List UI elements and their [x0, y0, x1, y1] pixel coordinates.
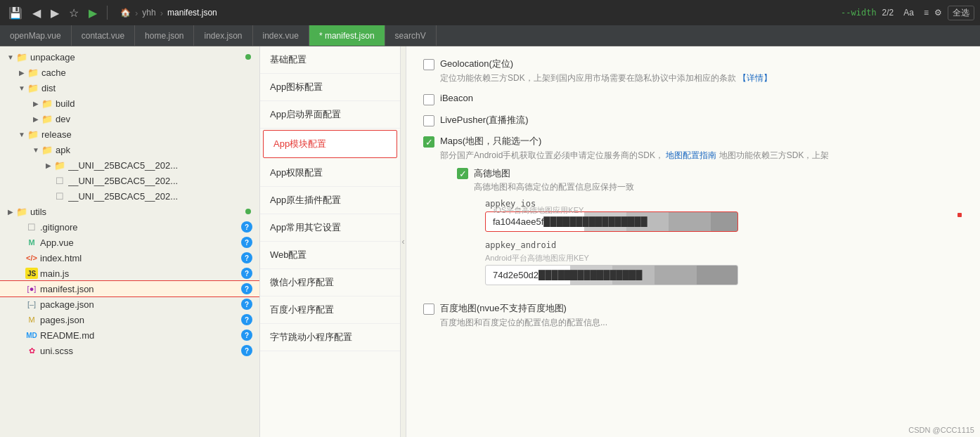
checkbox-maps[interactable]: ✓	[423, 136, 434, 148]
tree-item-utils[interactable]: ▶ 📁 utils	[0, 204, 259, 219]
tree-label-uniscss: uni.scss	[40, 346, 241, 356]
tab-indexjson[interactable]: index.json	[194, 25, 252, 46]
tree-item-appvue[interactable]: ▶ M App.vue ?	[0, 235, 259, 250]
forward-icon[interactable]: ▶	[48, 5, 62, 21]
tab-searchv[interactable]: searchV	[385, 25, 437, 46]
folder-icon-release: 📁	[27, 129, 39, 140]
checkbox-livepusher[interactable]	[423, 115, 434, 126]
tree-label-uni1: __UNI__25BCAC5__202...	[68, 160, 257, 171]
tree-label-release: release	[41, 129, 257, 140]
tree-arrow-cache: ▶	[17, 69, 27, 77]
checkbox-ibeacon-content: iBeacon	[440, 93, 473, 103]
config-item-app-plugin[interactable]: App原生插件配置	[260, 187, 400, 214]
file-icon-uni3: ☐	[53, 190, 66, 202]
sub-checkbox-row-gaode: ✓ 高德地图 高德地图和高德定位的配置信息应保持一致	[457, 167, 963, 193]
tree-item-cache[interactable]: ▶ 📁 cache	[0, 65, 259, 80]
config-item-app-module[interactable]: App模块配置	[263, 130, 397, 158]
tree-badge-mainjs: ?	[241, 268, 252, 279]
tab-manifest[interactable]: * manifest.json	[309, 25, 385, 46]
tree-label-mainjs: main.js	[40, 268, 241, 279]
folder-icon-apk: 📁	[41, 144, 53, 155]
checkbox-row-baidumap: 百度地图(nvue不支持百度地图) 百度地图和百度定位的配置信息的配置信息...	[423, 302, 963, 329]
tree-arrow-unpackage: ▼	[6, 53, 15, 61]
checkbox-geolocation[interactable]	[423, 59, 434, 70]
maps-link[interactable]: 地图配置指南	[666, 150, 716, 160]
checkbox-baidumap[interactable]	[423, 304, 434, 315]
tab-bar: openMap.vue contact.vue home.json index.…	[0, 25, 980, 46]
tree-item-dev[interactable]: ▶ 📁 dev	[0, 111, 259, 126]
save-icon[interactable]: 💾	[6, 5, 25, 21]
config-item-app-permission[interactable]: App权限配置	[260, 159, 400, 187]
breadcrumb-root: 🏠	[120, 8, 131, 18]
tree-item-dist[interactable]: ▼ 📁 dist	[0, 80, 259, 96]
config-item-wechat[interactable]: 微信小程序配置	[260, 269, 400, 296]
tree-label-cache: cache	[41, 67, 257, 78]
tree-badge-pagesjson: ?	[241, 314, 252, 325]
file-icon-gitignore: ☐	[25, 221, 38, 233]
tab-contact[interactable]: contact.vue	[72, 25, 135, 46]
font-button[interactable]: Aa	[899, 6, 918, 19]
config-item-bytedance[interactable]: 字节跳动小程序配置	[260, 324, 400, 351]
folder-icon-dist: 📁	[27, 82, 39, 93]
config-item-app-splash[interactable]: App启动界面配置	[260, 101, 400, 129]
checkbox-ibeacon[interactable]	[423, 94, 434, 105]
config-item-app-other[interactable]: App常用其它设置	[260, 214, 400, 242]
appkey-android-input[interactable]	[485, 265, 738, 285]
tree-item-release[interactable]: ▼ 📁 release	[0, 126, 259, 142]
tree-label-uni3: __UNI__25BCAC5__202...	[68, 191, 257, 202]
tab-openmap[interactable]: openMap.vue	[0, 25, 72, 46]
tree-item-indexhtml[interactable]: ▶ </> index.html ?	[0, 250, 259, 266]
baidumap-desc: 百度地图和百度定位的配置信息的配置信息...	[440, 316, 607, 329]
checkbox-maps-content: Maps(地图，只能选一个) 部分国产Android手机获取位置必须申请定位服务…	[440, 135, 963, 294]
tree-item-packagejson[interactable]: ▶ [–] package.json ?	[0, 296, 259, 312]
tree-item-manifestjson[interactable]: ▶ [●] manifest.json ?	[0, 281, 259, 296]
config-panel: 基础配置 App图标配置 App启动界面配置 App模块配置 App权限配置 A…	[260, 46, 401, 437]
checkbox-gaode[interactable]: ✓	[457, 168, 468, 179]
tree-item-pagesjson[interactable]: ▶ M pages.json ?	[0, 312, 259, 327]
tree-item-readmemd[interactable]: ▶ MD README.md ?	[0, 327, 259, 343]
tab-home[interactable]: home.json	[135, 25, 194, 46]
tree-label-readmemd: README.md	[40, 330, 241, 341]
tree-arrow-utils: ▶	[6, 208, 15, 216]
star-icon[interactable]: ☆	[66, 5, 82, 21]
back-icon[interactable]: ◀	[30, 5, 44, 21]
config-item-app-icon[interactable]: App图标配置	[260, 74, 400, 101]
tree-label-appvue: App.vue	[40, 237, 241, 248]
tree-badge-manifestjson: ?	[241, 283, 252, 294]
appkey-ios-group: appkey_ios iOS平台高德地图应用KEY	[485, 199, 963, 232]
app-container: 💾 ◀ ▶ ☆ ▶ 🏠 › yhh › manifest.json --widt…	[0, 0, 980, 437]
select-all-button[interactable]: 全选	[948, 6, 974, 20]
gaode-desc: 高德地图和高德定位的配置信息应保持一致	[474, 181, 634, 193]
geolocation-link[interactable]: 【详情】	[738, 73, 772, 83]
tree-item-gitignore[interactable]: ▶ ☐ .gitignore ?	[0, 219, 259, 235]
tree-item-apk[interactable]: ▼ 📁 apk	[0, 142, 259, 157]
input-error-indicator	[958, 213, 962, 217]
main-area: ▼ 📁 unpackage ▶ 📁 cache ▼ 📁 dist	[0, 46, 980, 437]
tree-item-uniscss[interactable]: ▶ ✿ uni.scss ?	[0, 343, 259, 358]
config-item-web[interactable]: Web配置	[260, 242, 400, 269]
config-item-basic[interactable]: 基础配置	[260, 46, 400, 74]
tree-item-mainjs[interactable]: ▶ JS main.js ?	[0, 266, 259, 281]
gaode-content: 高德地图 高德地图和高德定位的配置信息应保持一致	[474, 167, 634, 193]
appkey-ios-label: appkey_ios	[485, 199, 963, 209]
tree-item-uni2[interactable]: ▶ ☐ __UNI__25BCAC5__202...	[0, 173, 259, 188]
tree-badge-readmemd: ?	[241, 330, 252, 341]
appkey-android-label: appkey_android	[485, 240, 963, 250]
ibeacon-label: iBeacon	[440, 93, 473, 103]
settings-icon: ⚙	[934, 8, 942, 18]
tree-item-uni1[interactable]: ▶ 📁 __UNI__25BCAC5__202...	[0, 157, 259, 173]
tab-indexvue[interactable]: index.vue	[253, 25, 309, 46]
scroll-indicator[interactable]: ‹	[401, 46, 406, 437]
config-item-baidu[interactable]: 百度小程序配置	[260, 296, 400, 324]
tree-item-unpackage[interactable]: ▼ 📁 unpackage	[0, 49, 259, 65]
folder-icon-uni1: 📁	[53, 159, 66, 171]
baidumap-label: 百度地图(nvue不支持百度地图)	[440, 302, 607, 315]
run-icon[interactable]: ▶	[86, 5, 100, 21]
appkey-ios-input[interactable]	[485, 211, 738, 232]
tree-arrow-build: ▶	[31, 100, 41, 107]
tree-item-uni3[interactable]: ▶ ☐ __UNI__25BCAC5__202...	[0, 188, 259, 204]
tree-item-build[interactable]: ▶ 📁 build	[0, 96, 259, 111]
checkbox-geolocation-content: Geolocation(定位) 定位功能依赖三方SDK，上架到国内应用市场需要在…	[440, 58, 772, 84]
tree-badge-uniscss: ?	[241, 345, 252, 356]
file-icon-uniscss: ✿	[25, 345, 38, 356]
